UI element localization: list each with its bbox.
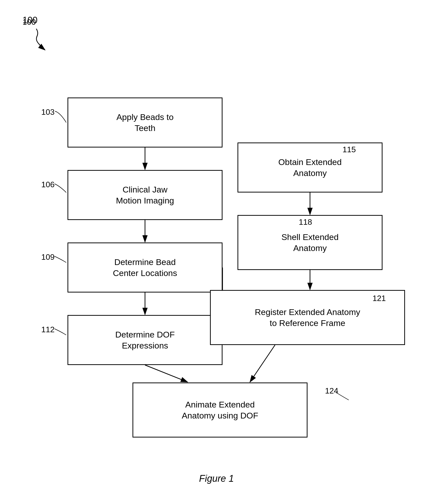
ref-109: 109 <box>41 252 54 262</box>
diagram-container: 100 <box>0 0 433 504</box>
ref-124: 124 <box>325 386 338 396</box>
box-109: Determine BeadCenter Locations <box>68 242 222 292</box>
ref-115: 115 <box>342 145 356 154</box>
box-103: Apply Beads toTeeth <box>68 98 222 148</box>
box-106: Clinical JawMotion Imaging <box>68 170 222 220</box>
ref-112: 112 <box>41 325 54 334</box>
figure-caption: Figure 1 <box>199 473 234 484</box>
svg-line-5 <box>145 365 188 382</box>
box-115: Obtain ExtendedAnatomy <box>238 142 382 192</box>
box-124: Animate ExtendedAnatomy using DOF <box>132 382 308 438</box>
svg-line-6 <box>250 345 275 382</box>
ref-106: 106 <box>41 180 54 189</box>
ref-121: 121 <box>372 294 386 303</box>
ref-100: 100 <box>22 18 36 27</box>
ref-103: 103 <box>41 108 54 117</box>
box-112: Determine DOFExpressions <box>68 315 222 365</box>
ref-118: 118 <box>299 218 312 227</box>
